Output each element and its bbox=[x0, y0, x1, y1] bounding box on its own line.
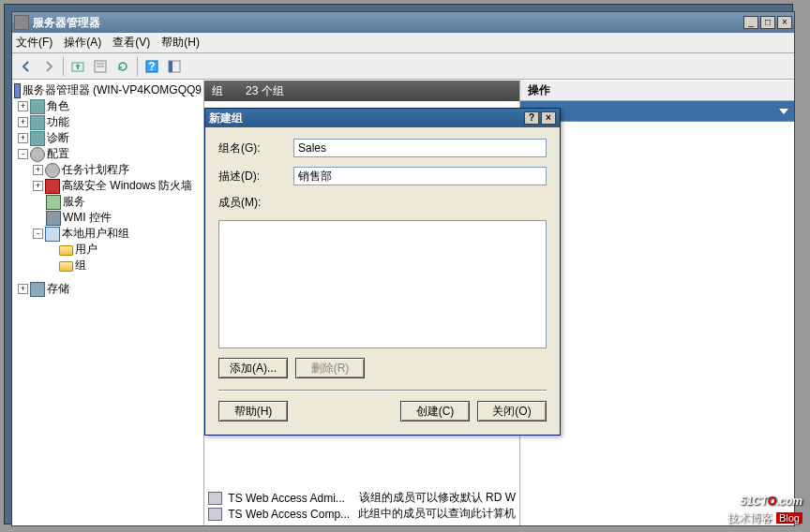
groupname-row: 组名(G): bbox=[218, 139, 547, 157]
menu-view[interactable]: 查看(V) bbox=[112, 35, 150, 51]
tree-root-label: 服务器管理器 (WIN-VP4KOMGQQ9 bbox=[22, 82, 202, 98]
refresh-button[interactable] bbox=[112, 56, 133, 77]
services-icon bbox=[46, 195, 61, 210]
tree-firewall[interactable]: +高级安全 Windows 防火墙 bbox=[14, 178, 202, 194]
up-button[interactable] bbox=[68, 56, 88, 77]
titlebar: 服务器管理器 _ □ × bbox=[12, 12, 794, 33]
member-buttons: 添加(A)... 删除(R) bbox=[218, 358, 547, 378]
help-button[interactable]: 帮助(H) bbox=[218, 401, 288, 421]
middle-header: 组 23 个组 bbox=[204, 81, 519, 101]
menu-action[interactable]: 操作(A) bbox=[64, 35, 101, 51]
tree-storage[interactable]: +存储 bbox=[14, 281, 202, 297]
item-name: TS Web Access Comp... bbox=[228, 508, 352, 521]
props-button[interactable] bbox=[90, 56, 111, 77]
dialog-close-button[interactable]: × bbox=[541, 111, 556, 125]
tree-label: 诊断 bbox=[47, 130, 69, 146]
tree-label: 存储 bbox=[47, 281, 69, 297]
separator bbox=[63, 57, 64, 76]
members-label: 成员(M): bbox=[218, 195, 547, 211]
remove-button[interactable]: 删除(R) bbox=[295, 358, 365, 378]
tree-label: 组 bbox=[75, 258, 86, 273]
window-title: 服务器管理器 bbox=[33, 15, 743, 31]
item-name: TS Web Access Admi... bbox=[228, 492, 352, 505]
forward-button[interactable] bbox=[38, 56, 59, 77]
expand-icon[interactable]: + bbox=[18, 133, 28, 143]
groupname-label: 组名(G): bbox=[218, 140, 286, 156]
tree-panel: 服务器管理器 (WIN-VP4KOMGQQ9 +角色 +功能 +诊断 -配置 +… bbox=[12, 81, 204, 525]
tree-label: 任务计划程序 bbox=[62, 162, 129, 178]
tree-label: 角色 bbox=[47, 98, 69, 114]
expand-icon[interactable]: + bbox=[33, 181, 43, 191]
maximize-button[interactable]: □ bbox=[760, 16, 775, 29]
collapse-icon[interactable]: - bbox=[33, 229, 43, 239]
actions-panel: 操作 组 bbox=[520, 81, 794, 525]
menubar: 文件(F) 操作(A) 查看(V) 帮助(H) bbox=[12, 33, 794, 53]
tree-features[interactable]: +功能 bbox=[14, 114, 202, 130]
tree-root[interactable]: 服务器管理器 (WIN-VP4KOMGQQ9 bbox=[14, 82, 202, 98]
separator bbox=[137, 57, 138, 76]
tree-groups[interactable]: 组 bbox=[14, 258, 202, 273]
desc-input[interactable] bbox=[293, 167, 547, 185]
tree-config[interactable]: -配置 bbox=[14, 146, 202, 162]
back-button[interactable] bbox=[16, 56, 37, 77]
outer-frame: 服务器管理器 _ □ × 文件(F) 操作(A) 查看(V) 帮助(H) ? 服… bbox=[4, 4, 793, 525]
tree-services[interactable]: 服务 bbox=[14, 194, 202, 210]
add-button[interactable]: 添加(A)... bbox=[218, 358, 288, 378]
expand-icon[interactable]: + bbox=[18, 117, 28, 127]
dialog-help-button[interactable]: ? bbox=[524, 111, 539, 125]
tree-label: WMI 控件 bbox=[63, 210, 112, 226]
tree-label: 用户 bbox=[75, 242, 98, 258]
menu-file[interactable]: 文件(F) bbox=[16, 35, 52, 51]
dialog-body: 组名(G): 描述(D): 成员(M): 添加(A)... 删除(R) bbox=[205, 127, 560, 390]
users-icon bbox=[45, 227, 60, 242]
help-button[interactable]: ? bbox=[142, 56, 162, 77]
groupname-input[interactable] bbox=[293, 139, 547, 157]
diag-icon bbox=[30, 131, 45, 146]
toolbar: ? bbox=[12, 53, 794, 80]
close-button[interactable]: × bbox=[777, 16, 792, 29]
desc-row: 描述(D): bbox=[218, 167, 547, 185]
tree-label: 功能 bbox=[47, 114, 69, 130]
config-icon bbox=[30, 147, 45, 162]
tree-label: 本地用户和组 bbox=[62, 226, 129, 242]
tree-label: 配置 bbox=[47, 146, 69, 162]
chevron-down-icon bbox=[779, 109, 788, 114]
close-button[interactable]: 关闭(O) bbox=[477, 401, 547, 421]
tree-wmi[interactable]: WMI 控件 bbox=[14, 210, 202, 226]
svg-text:?: ? bbox=[148, 60, 155, 73]
menu-help[interactable]: 帮助(H) bbox=[161, 35, 200, 51]
tree-task[interactable]: +任务计划程序 bbox=[14, 162, 202, 178]
svg-rect-7 bbox=[169, 61, 172, 72]
tree-roles[interactable]: +角色 bbox=[14, 98, 202, 114]
expand-icon[interactable]: + bbox=[33, 165, 43, 175]
minimize-button[interactable]: _ bbox=[743, 16, 758, 29]
expand-icon[interactable]: + bbox=[18, 101, 28, 111]
dialog-title: 新建组 bbox=[209, 111, 522, 126]
list-item[interactable]: TS Web Access Admi... 该组的成员可以修改默认 RD W bbox=[204, 490, 519, 506]
app-icon bbox=[14, 15, 29, 30]
list-item[interactable]: TS Web Access Comp... 此组中的成员可以查询此计算机 bbox=[204, 506, 519, 522]
spacer bbox=[14, 273, 202, 281]
item-desc: 此组中的成员可以查询此计算机 bbox=[358, 506, 516, 522]
tree-diag[interactable]: +诊断 bbox=[14, 130, 202, 146]
firewall-icon bbox=[45, 179, 60, 194]
actions-strip[interactable] bbox=[520, 101, 794, 122]
item-desc: 该组的成员可以修改默认 RD W bbox=[359, 490, 516, 506]
members-listbox[interactable] bbox=[218, 220, 547, 348]
create-button[interactable]: 创建(C) bbox=[400, 401, 470, 421]
tree-users[interactable]: 用户 bbox=[14, 242, 202, 258]
expand-icon[interactable]: + bbox=[18, 284, 28, 294]
desc-label: 描述(D): bbox=[218, 169, 286, 185]
storage-icon bbox=[30, 282, 45, 297]
roles-icon bbox=[30, 99, 45, 114]
group-icon bbox=[208, 492, 222, 505]
collapse-icon[interactable]: - bbox=[18, 149, 28, 159]
dialog-titlebar: 新建组 ? × bbox=[205, 109, 560, 127]
tree-localusers[interactable]: -本地用户和组 bbox=[14, 226, 202, 242]
folder-icon bbox=[59, 245, 73, 256]
view-button[interactable] bbox=[164, 56, 185, 77]
dialog-footer: 帮助(H) 创建(C) 关闭(O) bbox=[205, 392, 560, 435]
folder-icon bbox=[59, 261, 73, 272]
mid-count: 23 个组 bbox=[246, 83, 284, 99]
tree-label: 服务 bbox=[63, 194, 85, 210]
